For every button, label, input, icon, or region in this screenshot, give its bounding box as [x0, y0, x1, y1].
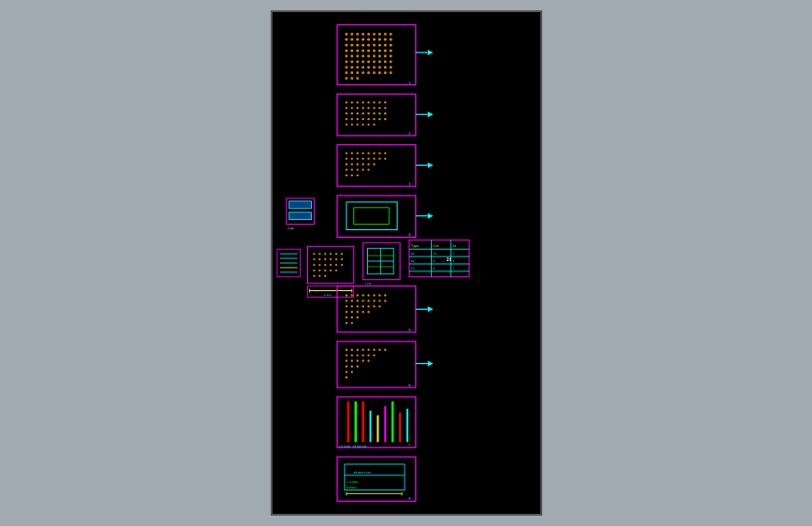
svg-point-181	[329, 258, 331, 260]
svg-text:-6-: -6-	[406, 383, 413, 387]
svg-point-137	[384, 157, 386, 159]
svg-point-196	[318, 275, 320, 277]
svg-point-273	[373, 349, 375, 351]
svg-point-186	[324, 264, 326, 266]
svg-text:6: 6	[433, 267, 435, 270]
svg-point-237	[378, 294, 380, 296]
svg-text:B2: B2	[410, 259, 414, 263]
svg-point-149	[345, 174, 347, 176]
svg-point-241	[356, 300, 358, 301]
svg-point-246	[384, 300, 386, 301]
svg-point-6	[373, 33, 376, 36]
svg-point-173	[318, 253, 320, 255]
svg-point-21	[356, 44, 359, 47]
svg-text:-3-: -3-	[406, 182, 413, 186]
svg-point-12	[356, 38, 359, 41]
svg-point-105	[350, 118, 352, 120]
svg-rect-225	[307, 286, 353, 298]
svg-point-102	[378, 112, 380, 114]
cad-canvas: -1- -2-	[273, 12, 540, 514]
svg-point-45	[389, 55, 391, 58]
svg-point-94	[378, 107, 380, 109]
svg-text:It: It	[446, 256, 451, 262]
svg-point-180	[324, 258, 326, 260]
svg-rect-199	[367, 248, 393, 274]
svg-point-127	[373, 152, 375, 153]
svg-point-232	[350, 294, 352, 296]
svg-point-95	[384, 107, 386, 109]
svg-text:1: 1	[452, 267, 454, 270]
svg-text:dimension: dimension	[353, 471, 371, 475]
svg-point-190	[313, 270, 315, 271]
svg-point-11	[350, 38, 353, 41]
svg-point-183	[340, 258, 342, 260]
svg-rect-161	[286, 198, 314, 225]
svg-point-140	[356, 163, 358, 165]
svg-point-40	[362, 55, 364, 58]
svg-point-84	[367, 101, 369, 103]
svg-point-193	[329, 270, 331, 271]
svg-point-7	[377, 33, 380, 36]
svg-text:A1: A1	[410, 252, 414, 256]
svg-point-103	[384, 112, 386, 114]
svg-point-104	[345, 118, 347, 120]
svg-point-249	[356, 305, 358, 307]
svg-rect-165	[276, 249, 300, 277]
svg-point-3	[356, 33, 359, 36]
svg-point-15	[373, 38, 376, 41]
svg-point-97	[350, 112, 352, 114]
svg-text:-8-: -8-	[406, 496, 413, 501]
svg-point-75	[356, 77, 359, 80]
svg-point-92	[367, 107, 369, 109]
svg-point-148	[367, 168, 369, 170]
svg-point-24	[373, 44, 376, 47]
svg-point-115	[362, 124, 363, 125]
svg-point-54	[389, 61, 391, 64]
svg-point-49	[362, 61, 364, 64]
svg-point-289	[356, 365, 358, 367]
svg-marker-77	[427, 50, 433, 55]
svg-point-114	[356, 124, 358, 125]
svg-point-17	[383, 38, 386, 41]
svg-point-80	[345, 101, 347, 103]
svg-point-22	[362, 44, 364, 47]
svg-point-59	[367, 66, 370, 68]
svg-point-280	[367, 354, 369, 356]
svg-point-251	[367, 305, 369, 307]
svg-rect-308	[337, 457, 416, 501]
svg-point-56	[350, 66, 353, 68]
svg-point-83	[362, 101, 363, 103]
svg-point-53	[383, 61, 386, 64]
svg-point-279	[362, 354, 363, 356]
svg-point-271	[362, 349, 363, 351]
svg-point-268	[345, 349, 347, 351]
svg-rect-155	[337, 196, 416, 237]
svg-point-177	[340, 253, 342, 255]
svg-point-191	[318, 270, 320, 271]
svg-point-87	[384, 101, 386, 103]
svg-text:column diagram: column diagram	[339, 445, 366, 448]
svg-point-259	[345, 316, 347, 318]
svg-point-10	[345, 38, 347, 41]
svg-point-194	[334, 270, 336, 271]
svg-point-26	[383, 44, 386, 47]
svg-point-133	[362, 157, 363, 159]
svg-point-42	[373, 55, 376, 58]
svg-text:side: side	[364, 282, 371, 285]
svg-point-291	[350, 371, 352, 373]
svg-point-99	[362, 112, 363, 114]
svg-point-16	[377, 38, 380, 41]
svg-marker-294	[427, 361, 433, 367]
svg-text:2: 2	[452, 252, 454, 256]
svg-point-195	[313, 275, 315, 277]
svg-point-284	[356, 359, 358, 361]
svg-point-109	[373, 118, 375, 120]
svg-point-111	[384, 118, 386, 120]
svg-point-128	[378, 152, 380, 153]
svg-point-35	[383, 50, 386, 52]
svg-point-178	[313, 258, 315, 260]
svg-point-46	[345, 61, 347, 64]
svg-point-63	[389, 66, 391, 68]
svg-point-64	[345, 71, 347, 74]
svg-point-245	[378, 300, 380, 301]
